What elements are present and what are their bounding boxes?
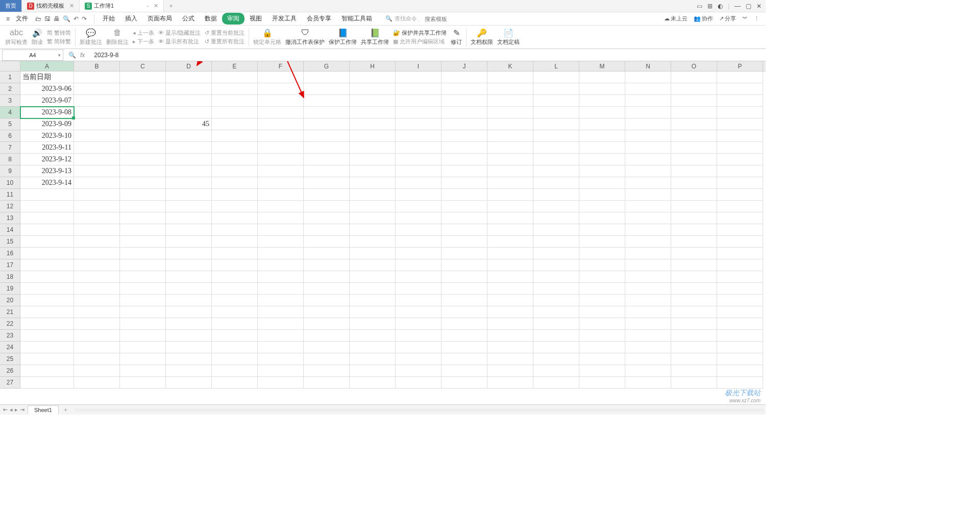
cell-A2[interactable]: 2023-9-06 bbox=[20, 83, 74, 95]
cell-A22[interactable] bbox=[20, 318, 74, 330]
cell-A15[interactable] bbox=[20, 236, 74, 248]
cell-D18[interactable] bbox=[166, 271, 212, 283]
cell-B16[interactable] bbox=[74, 248, 120, 259]
cell-G13[interactable] bbox=[304, 212, 350, 224]
cell-F4[interactable] bbox=[258, 107, 304, 118]
cell-C8[interactable] bbox=[120, 154, 166, 165]
cell-B3[interactable] bbox=[74, 95, 120, 107]
row-header-8[interactable]: 8 bbox=[0, 154, 20, 165]
cell-L2[interactable] bbox=[533, 83, 579, 95]
cell-H23[interactable] bbox=[350, 330, 396, 342]
cell-B15[interactable] bbox=[74, 236, 120, 248]
cell-D10[interactable] bbox=[166, 177, 212, 189]
open-icon[interactable]: 🗁 bbox=[35, 15, 41, 22]
cell-O8[interactable] bbox=[671, 154, 717, 165]
cell-C25[interactable] bbox=[120, 353, 166, 365]
cell-H9[interactable] bbox=[350, 165, 396, 177]
column-header-L[interactable]: L bbox=[533, 61, 579, 71]
close-button[interactable]: ✕ bbox=[756, 3, 762, 10]
cell-K22[interactable] bbox=[487, 318, 533, 330]
cell-P1[interactable] bbox=[717, 71, 763, 83]
cell-L18[interactable] bbox=[533, 271, 579, 283]
cell-C21[interactable] bbox=[120, 306, 166, 318]
cell-P10[interactable] bbox=[717, 177, 763, 189]
chevron-down-icon[interactable]: ︾ bbox=[742, 15, 748, 22]
cell-O7[interactable] bbox=[671, 142, 717, 154]
cell-J9[interactable] bbox=[442, 165, 487, 177]
cell-N27[interactable] bbox=[625, 377, 671, 389]
cell-K16[interactable] bbox=[487, 248, 533, 259]
cell-H11[interactable] bbox=[350, 189, 396, 201]
cell-N10[interactable] bbox=[625, 177, 671, 189]
maximize-button[interactable]: ▢ bbox=[746, 3, 751, 10]
cell-B10[interactable] bbox=[74, 177, 120, 189]
theme-icon[interactable]: ◐ bbox=[718, 3, 723, 10]
cell-G4[interactable] bbox=[304, 107, 350, 118]
cell-A19[interactable] bbox=[20, 283, 74, 295]
cell-D14[interactable] bbox=[166, 224, 212, 236]
cell-E20[interactable] bbox=[212, 295, 258, 306]
cell-P23[interactable] bbox=[717, 330, 763, 342]
cell-F21[interactable] bbox=[258, 306, 304, 318]
cell-B2[interactable] bbox=[74, 83, 120, 95]
lock-cell-button[interactable]: 🔒锁定单元格 bbox=[251, 27, 283, 47]
cell-G16[interactable] bbox=[304, 248, 350, 259]
row-header-17[interactable]: 17 bbox=[0, 259, 20, 271]
cell-E7[interactable] bbox=[212, 142, 258, 154]
cell-J13[interactable] bbox=[442, 212, 487, 224]
cell-K8[interactable] bbox=[487, 154, 533, 165]
cell-I4[interactable] bbox=[396, 107, 442, 118]
menu-smart-tools[interactable]: 智能工具箱 bbox=[336, 13, 377, 25]
cell-A27[interactable] bbox=[20, 377, 74, 389]
cell-L13[interactable] bbox=[533, 212, 579, 224]
row-header-18[interactable]: 18 bbox=[0, 271, 20, 283]
cell-D25[interactable] bbox=[166, 353, 212, 365]
cell-J14[interactable] bbox=[442, 224, 487, 236]
cell-B9[interactable] bbox=[74, 165, 120, 177]
cell-N4[interactable] bbox=[625, 107, 671, 118]
row-header-7[interactable]: 7 bbox=[0, 142, 20, 154]
cell-I12[interactable] bbox=[396, 201, 442, 212]
unprotect-sheet-button[interactable]: 🛡撤消工作表保护 bbox=[283, 27, 327, 47]
cell-C17[interactable] bbox=[120, 259, 166, 271]
cell-G26[interactable] bbox=[304, 365, 350, 377]
cell-L7[interactable] bbox=[533, 142, 579, 154]
cell-C14[interactable] bbox=[120, 224, 166, 236]
cell-J17[interactable] bbox=[442, 259, 487, 271]
cell-M17[interactable] bbox=[579, 259, 625, 271]
cell-M16[interactable] bbox=[579, 248, 625, 259]
cell-G20[interactable] bbox=[304, 295, 350, 306]
cell-L23[interactable] bbox=[533, 330, 579, 342]
cell-J18[interactable] bbox=[442, 271, 487, 283]
cell-M3[interactable] bbox=[579, 95, 625, 107]
cell-O15[interactable] bbox=[671, 236, 717, 248]
cell-M7[interactable] bbox=[579, 142, 625, 154]
cell-O10[interactable] bbox=[671, 177, 717, 189]
cell-G3[interactable] bbox=[304, 95, 350, 107]
cell-H16[interactable] bbox=[350, 248, 396, 259]
cell-C4[interactable] bbox=[120, 107, 166, 118]
prev-comment[interactable]: ◂上一条 bbox=[133, 29, 154, 37]
cell-E9[interactable] bbox=[212, 165, 258, 177]
cell-A5[interactable]: 2023-9-09 bbox=[20, 118, 74, 130]
cell-K20[interactable] bbox=[487, 295, 533, 306]
read-aloud-button[interactable]: 🔊朗读 bbox=[30, 27, 45, 47]
print-icon[interactable]: 🖶 bbox=[54, 15, 60, 22]
cell-L26[interactable] bbox=[533, 365, 579, 377]
cell-A12[interactable] bbox=[20, 201, 74, 212]
cell-F9[interactable] bbox=[258, 165, 304, 177]
cell-G21[interactable] bbox=[304, 306, 350, 318]
cell-B19[interactable] bbox=[74, 283, 120, 295]
cell-O5[interactable] bbox=[671, 118, 717, 130]
cell-P2[interactable] bbox=[717, 83, 763, 95]
cell-I7[interactable] bbox=[396, 142, 442, 154]
cell-O6[interactable] bbox=[671, 130, 717, 142]
cell-P17[interactable] bbox=[717, 259, 763, 271]
cell-A1[interactable]: 当前日期 bbox=[20, 71, 74, 83]
cell-K17[interactable] bbox=[487, 259, 533, 271]
hamburger-icon[interactable]: ≡ bbox=[3, 15, 13, 22]
row-header-21[interactable]: 21 bbox=[0, 306, 20, 318]
row-header-16[interactable]: 16 bbox=[0, 248, 20, 259]
row-header-27[interactable]: 27 bbox=[0, 377, 20, 389]
cell-O16[interactable] bbox=[671, 248, 717, 259]
